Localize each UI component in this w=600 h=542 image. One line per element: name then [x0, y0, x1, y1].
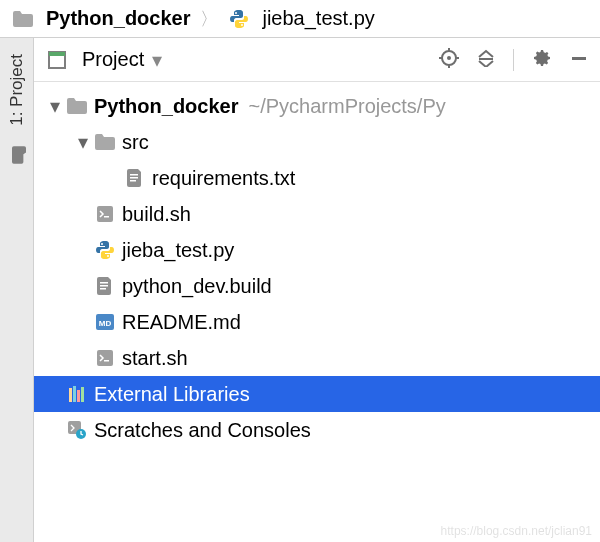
folder-icon	[94, 134, 116, 150]
svg-rect-11	[130, 177, 138, 179]
tree-item-label: jieba_test.py	[122, 239, 234, 262]
tree-scratches[interactable]: Scratches and Consoles	[34, 412, 600, 448]
collapse-all-icon[interactable]	[477, 49, 495, 71]
panel-view-selector[interactable]: Project ▾	[46, 48, 162, 72]
tool-window-bar: 1: Project	[0, 38, 34, 542]
python-file-icon	[228, 10, 250, 28]
svg-rect-25	[81, 387, 84, 402]
breadcrumb-project-label: Python_docker	[46, 7, 190, 30]
scratches-icon	[66, 421, 88, 439]
breadcrumb: Python_docker 〉 jieba_test.py	[0, 0, 600, 38]
svg-point-3	[447, 56, 451, 60]
svg-rect-21	[104, 360, 109, 362]
tree-file-build-sh[interactable]: build.sh	[34, 196, 600, 232]
tree-item-label: External Libraries	[94, 383, 250, 406]
svg-rect-13	[97, 206, 113, 222]
svg-rect-17	[100, 288, 106, 290]
svg-text:MD: MD	[99, 319, 112, 328]
tree-root[interactable]: ▾ Python_docker ~/PycharmProjects/Py	[34, 88, 600, 124]
tree-file-python-dev-build[interactable]: python_dev.build	[34, 268, 600, 304]
svg-rect-9	[572, 57, 586, 60]
tree-item-label: src	[122, 131, 149, 154]
tree-file-jieba-test[interactable]: jieba_test.py	[34, 232, 600, 268]
svg-rect-15	[100, 282, 108, 284]
tree-item-label: build.sh	[122, 203, 191, 226]
text-file-icon	[94, 277, 116, 295]
shell-file-icon	[94, 350, 116, 366]
chevron-down-icon[interactable]: ▾	[72, 130, 94, 154]
shell-file-icon	[94, 206, 116, 222]
svg-rect-24	[77, 390, 80, 402]
tree-external-libraries[interactable]: External Libraries	[34, 376, 600, 412]
svg-rect-1	[49, 52, 65, 56]
python-file-icon	[94, 241, 116, 259]
svg-rect-23	[73, 386, 76, 402]
separator	[513, 49, 514, 71]
gear-icon[interactable]	[532, 48, 552, 72]
tree-item-label: start.sh	[122, 347, 188, 370]
tree-file-readme[interactable]: MD README.md	[34, 304, 600, 340]
tree-item-label: Scratches and Consoles	[94, 419, 311, 442]
project-tool-tab-label: 1: Project	[7, 54, 27, 126]
project-panel: Project ▾ ▾	[34, 38, 600, 542]
locate-icon[interactable]	[439, 48, 459, 72]
panel-actions	[439, 48, 588, 72]
tree-item-label: README.md	[122, 311, 241, 334]
svg-rect-20	[97, 350, 113, 366]
project-tree: ▾ Python_docker ~/PycharmProjects/Py ▾ s…	[34, 82, 600, 542]
panel-title-label: Project	[82, 48, 144, 71]
window-icon	[46, 51, 68, 69]
tree-root-label: Python_docker	[94, 95, 238, 118]
breadcrumb-file[interactable]: jieba_test.py	[228, 7, 374, 30]
tree-file-start-sh[interactable]: start.sh	[34, 340, 600, 376]
folder-icon	[12, 11, 34, 27]
breadcrumb-project[interactable]: Python_docker	[12, 7, 190, 30]
project-tool-tab[interactable]: 1: Project	[3, 46, 31, 134]
svg-rect-8	[479, 58, 493, 60]
text-file-icon	[124, 169, 146, 187]
chevron-right-icon: 〉	[200, 7, 218, 31]
dropdown-arrow-icon: ▾	[152, 48, 162, 72]
tree-root-path: ~/PycharmProjects/Py	[248, 95, 445, 118]
svg-rect-16	[100, 285, 108, 287]
tree-item-label: python_dev.build	[122, 275, 272, 298]
chevron-down-icon[interactable]: ▾	[44, 94, 66, 118]
tree-folder-src[interactable]: ▾ src	[34, 124, 600, 160]
tree-file-requirements[interactable]: requirements.txt	[34, 160, 600, 196]
markdown-file-icon: MD	[94, 314, 116, 330]
panel-header: Project ▾	[34, 38, 600, 82]
breadcrumb-file-label: jieba_test.py	[262, 7, 374, 30]
tree-item-label: requirements.txt	[152, 167, 295, 190]
libraries-icon	[66, 385, 88, 403]
svg-rect-22	[69, 388, 72, 402]
folder-icon	[66, 98, 88, 114]
hide-icon[interactable]	[570, 49, 588, 71]
svg-rect-10	[130, 174, 138, 176]
svg-rect-14	[104, 216, 109, 218]
watermark: https://blog.csdn.net/jclian91	[441, 524, 592, 538]
svg-rect-12	[130, 180, 136, 182]
folder-icon	[8, 146, 26, 164]
